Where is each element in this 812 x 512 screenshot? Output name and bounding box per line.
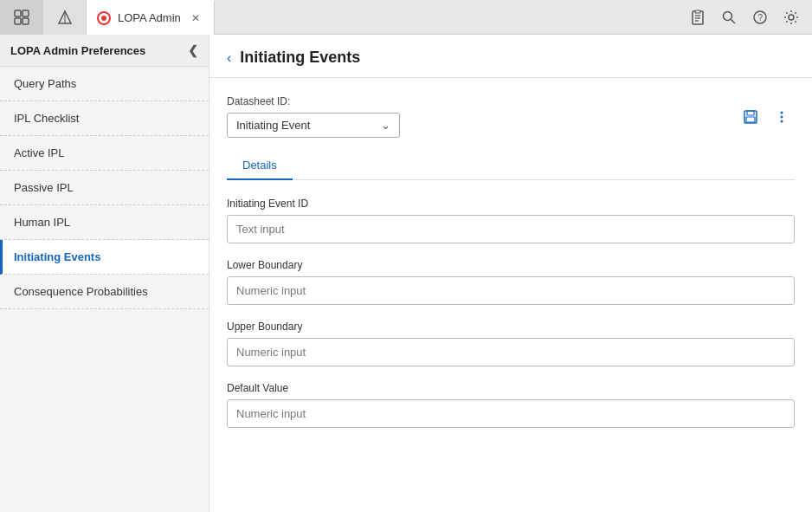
datasheet-actions bbox=[738, 104, 795, 130]
svg-rect-3 bbox=[23, 18, 29, 24]
top-right-icons: ? bbox=[684, 3, 812, 31]
sidebar-item-human-ipl[interactable]: Human IPL bbox=[0, 205, 209, 240]
datasheet-dropdown[interactable]: Initiating Event ⌄ bbox=[227, 113, 400, 138]
svg-point-17 bbox=[789, 15, 794, 20]
tab-details[interactable]: Details bbox=[227, 152, 293, 180]
sidebar-nav: Query Paths IPL Checklist Active IPL Pas… bbox=[0, 67, 209, 512]
content-body: Datasheet ID: Initiating Event ⌄ bbox=[209, 78, 812, 461]
chevron-down-icon: ⌄ bbox=[381, 119, 390, 132]
save-button[interactable] bbox=[738, 104, 764, 130]
input-upper-boundary[interactable] bbox=[227, 338, 795, 366]
datasheet-row: Datasheet ID: Initiating Event ⌄ bbox=[227, 95, 795, 138]
svg-rect-0 bbox=[15, 10, 21, 16]
tab-close-button[interactable]: ✕ bbox=[188, 10, 203, 26]
help-icon[interactable]: ? bbox=[746, 3, 774, 31]
sidebar: LOPA Admin Preferences ❮ Query Paths IPL… bbox=[0, 35, 209, 512]
sidebar-title: LOPA Admin Preferences bbox=[10, 44, 145, 57]
label-lower-boundary: Lower Boundary bbox=[227, 259, 795, 271]
svg-rect-1 bbox=[23, 10, 29, 16]
main-layout: LOPA Admin Preferences ❮ Query Paths IPL… bbox=[0, 35, 812, 512]
svg-text:?: ? bbox=[758, 13, 764, 23]
sidebar-collapse-button[interactable]: ❮ bbox=[188, 43, 198, 57]
svg-line-14 bbox=[731, 19, 736, 23]
settings-icon[interactable] bbox=[777, 3, 805, 31]
tab-dashboard-icon[interactable] bbox=[0, 0, 43, 35]
sidebar-item-query-paths[interactable]: Query Paths bbox=[0, 67, 209, 101]
sidebar-item-initiating-events[interactable]: Initiating Events bbox=[0, 240, 209, 275]
svg-point-7 bbox=[101, 16, 106, 21]
label-upper-boundary: Upper Boundary bbox=[227, 321, 795, 333]
back-button[interactable]: ‹ bbox=[227, 50, 231, 66]
tab-lopa-admin[interactable]: LOPA Admin ✕ bbox=[87, 0, 215, 35]
sidebar-item-active-ipl[interactable]: Active IPL bbox=[0, 136, 209, 171]
input-lower-boundary[interactable] bbox=[227, 276, 795, 305]
datasheet-left: Datasheet ID: Initiating Event ⌄ bbox=[227, 95, 400, 138]
svg-rect-20 bbox=[746, 117, 755, 122]
clipboard-icon[interactable] bbox=[684, 3, 712, 31]
svg-rect-9 bbox=[695, 10, 700, 13]
tab-lopa-admin-label: LOPA Admin bbox=[118, 11, 181, 24]
svg-point-22 bbox=[781, 115, 783, 118]
more-options-button[interactable] bbox=[769, 104, 795, 130]
search-icon[interactable] bbox=[715, 3, 743, 31]
sidebar-item-passive-ipl[interactable]: Passive IPL bbox=[0, 171, 209, 205]
input-initiating-event-id[interactable] bbox=[227, 215, 795, 243]
form-group-default-value: Default Value bbox=[227, 382, 795, 428]
sidebar-item-consequence-probabilities[interactable]: Consequence Probabilities bbox=[0, 275, 209, 309]
lopa-icon bbox=[97, 11, 111, 25]
page-title: Initiating Events bbox=[240, 49, 360, 67]
form-group-initiating-event-id: Initiating Event ID bbox=[227, 198, 795, 243]
label-default-value: Default Value bbox=[227, 382, 795, 394]
svg-rect-2 bbox=[15, 18, 21, 24]
sidebar-item-ipl-checklist[interactable]: IPL Checklist bbox=[0, 101, 209, 136]
sidebar-header: LOPA Admin Preferences ❮ bbox=[0, 35, 209, 67]
form-group-lower-boundary: Lower Boundary bbox=[227, 259, 795, 305]
datasheet-value: Initiating Event bbox=[236, 119, 310, 132]
content-header: ‹ Initiating Events bbox=[209, 35, 812, 78]
datasheet-label: Datasheet ID: bbox=[227, 95, 400, 107]
content-area: ‹ Initiating Events Datasheet ID: Initia… bbox=[209, 35, 812, 512]
form-group-upper-boundary: Upper Boundary bbox=[227, 321, 795, 366]
svg-point-23 bbox=[781, 120, 783, 122]
svg-point-21 bbox=[781, 111, 783, 113]
tab-bar: LOPA Admin ✕ ? bbox=[0, 0, 812, 35]
svg-point-13 bbox=[724, 11, 732, 20]
tabs-row: Details bbox=[227, 152, 795, 180]
input-default-value[interactable] bbox=[227, 399, 795, 428]
label-initiating-event-id: Initiating Event ID bbox=[227, 198, 795, 210]
tab-tree-icon[interactable] bbox=[43, 0, 87, 35]
